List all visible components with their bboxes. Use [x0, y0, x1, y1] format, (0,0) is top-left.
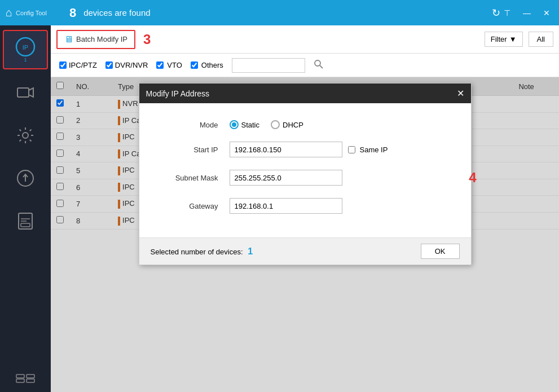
dvrnvr-filter[interactable]: DVR/NVR: [105, 61, 148, 69]
vto-label: VTO: [167, 61, 182, 69]
search-input[interactable]: [232, 58, 305, 73]
sidebar-item-log[interactable]: [3, 201, 48, 241]
selected-count: 1: [248, 246, 253, 256]
start-ip-label: Start IP: [162, 146, 218, 154]
filter-bar: IPC/PTZ DVR/NVR VTO Others: [51, 54, 559, 77]
sidebar: IP 1: [0, 25, 51, 392]
dhcp-label: DHCP: [283, 121, 303, 129]
svg-rect-12: [27, 375, 34, 378]
modal-header: Modify IP Address ✕: [139, 83, 471, 103]
sidebar-item-settings[interactable]: [3, 116, 48, 155]
log-icon: [15, 211, 36, 231]
toolbar: 🖥 Batch Modify IP 3 Filter ▼ All: [51, 25, 559, 54]
minimize-button[interactable]: —: [520, 7, 534, 19]
search-icon: [314, 59, 324, 69]
modal-footer: Selected number of devices: 1 OK: [139, 237, 471, 265]
subnet-mask-input[interactable]: [230, 170, 342, 186]
same-ip-label: Same IP: [360, 146, 388, 154]
ipcptz-label: IPC/PTZ: [69, 61, 97, 69]
svg-rect-2: [17, 88, 29, 97]
title-bar: ⌂ Config Tool 8 devices are found ↻ ⊤ — …: [0, 0, 559, 25]
dhcp-radio-label[interactable]: DHCP: [271, 120, 303, 129]
mode-row: Mode Static DHCP: [162, 120, 448, 129]
search-button[interactable]: [314, 59, 324, 72]
sidebar-bottom: [15, 373, 36, 392]
update-icon: [15, 168, 36, 188]
main-layout: IP 1: [0, 25, 559, 392]
static-radio-label[interactable]: Static: [230, 120, 260, 129]
svg-text:IP: IP: [23, 44, 28, 51]
svg-point-15: [315, 60, 320, 66]
subnet-mask-row: Subnet Mask 4: [162, 170, 448, 186]
close-button[interactable]: ✕: [540, 7, 553, 19]
sidebar-ip-label: 1: [24, 57, 27, 63]
static-label: Static: [241, 121, 260, 129]
content-area: 🖥 Batch Modify IP 3 Filter ▼ All IPC/PTZ…: [51, 25, 559, 392]
device-count: 8: [69, 6, 76, 20]
table-area: NO. Type IP MAC Destination IP Modify St…: [51, 77, 559, 392]
app-logo-icon: ⌂: [6, 6, 12, 19]
modal-overlay: Modify IP Address ✕ Mode Static: [51, 77, 559, 392]
dhcp-radio-circle[interactable]: [271, 120, 280, 129]
settings-icon: [15, 125, 36, 146]
gateway-input[interactable]: [230, 198, 342, 214]
dvrnvr-checkbox[interactable]: [105, 61, 113, 69]
sidebar-item-update[interactable]: [3, 158, 48, 198]
batch-modify-label: Batch Modify IP: [76, 35, 127, 43]
svg-line-16: [320, 65, 323, 68]
filter-chevron-icon: ▼: [509, 35, 517, 43]
mode-radio-group: Static DHCP: [230, 120, 303, 129]
ip-icon: IP: [15, 37, 36, 57]
filter-icon-btn[interactable]: ⊤: [500, 7, 514, 19]
step3-label: 3: [143, 32, 151, 47]
static-radio-circle[interactable]: [230, 120, 239, 129]
camera-icon: [15, 82, 36, 103]
same-ip-container: Same IP: [348, 146, 388, 154]
all-button[interactable]: All: [529, 32, 553, 47]
selected-label: Selected number of devices:: [151, 248, 243, 256]
filter-label: Filter: [491, 35, 507, 43]
others-checkbox[interactable]: [191, 61, 198, 69]
ipcptz-checkbox[interactable]: [59, 61, 67, 69]
svg-marker-3: [29, 88, 33, 97]
batch-modify-button[interactable]: 🖥 Batch Modify IP: [56, 30, 135, 49]
start-ip-row: Start IP Same IP: [162, 142, 448, 157]
grid-icon[interactable]: [15, 373, 36, 384]
mode-label: Mode: [162, 121, 218, 129]
gateway-row: Gateway: [162, 198, 448, 214]
filter-button[interactable]: Filter ▼: [485, 32, 523, 47]
vto-checkbox[interactable]: [156, 61, 164, 69]
svg-rect-11: [16, 375, 24, 378]
start-ip-input[interactable]: [230, 142, 342, 157]
vto-filter[interactable]: VTO: [156, 61, 182, 69]
svg-point-4: [23, 133, 28, 138]
gateway-label: Gateway: [162, 202, 218, 210]
step4-badge: 4: [469, 170, 476, 186]
modal-title: Modify IP Address: [146, 89, 210, 98]
sidebar-item-camera[interactable]: [3, 73, 48, 112]
dvrnvr-label: DVR/NVR: [115, 61, 148, 69]
subnet-mask-label: Subnet Mask: [162, 174, 218, 182]
svg-rect-14: [27, 379, 34, 382]
others-label: Others: [201, 61, 223, 69]
same-ip-checkbox[interactable]: [348, 146, 355, 153]
modal-close-button[interactable]: ✕: [457, 88, 464, 99]
modify-ip-dialog: Modify IP Address ✕ Mode Static: [139, 83, 472, 265]
svg-rect-8: [21, 223, 30, 227]
app-name: Config Tool: [16, 10, 47, 16]
others-filter[interactable]: Others: [191, 61, 223, 69]
sidebar-item-ip[interactable]: IP 1: [3, 30, 48, 69]
ok-button[interactable]: OK: [421, 244, 460, 259]
devices-found-text: devices are found: [83, 8, 487, 17]
svg-rect-13: [16, 379, 24, 382]
refresh-icon[interactable]: ↻: [492, 7, 500, 19]
batch-modify-icon: 🖥: [64, 34, 73, 45]
selected-devices-info: Selected number of devices: 1: [151, 246, 253, 257]
ipcptz-filter[interactable]: IPC/PTZ: [59, 61, 97, 69]
modal-body: Mode Static DHCP: [139, 103, 471, 237]
